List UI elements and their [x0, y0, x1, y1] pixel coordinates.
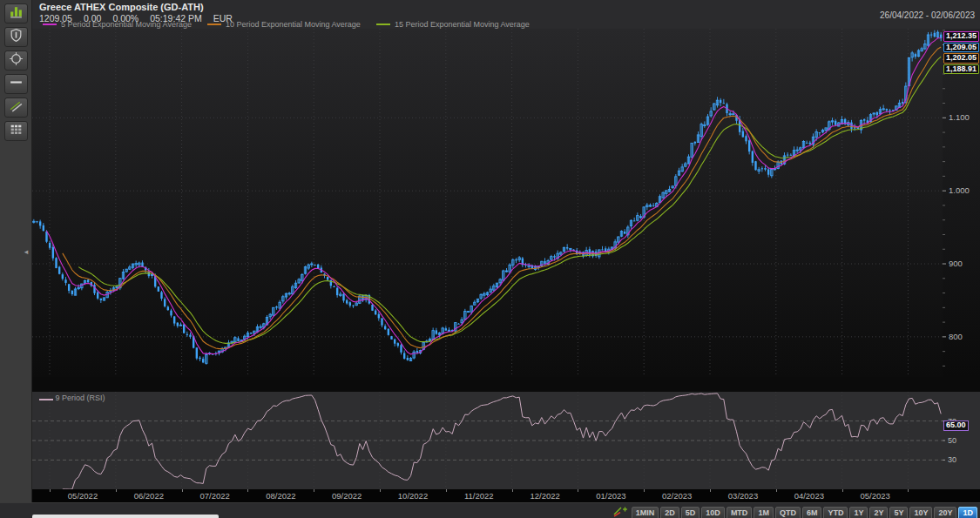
time-axis-tick: [710, 489, 711, 492]
time-axis-tick: [116, 489, 117, 492]
price-axis-ticks: 1.1001.000900800: [943, 29, 980, 377]
crosshair-icon: [9, 51, 24, 70]
toolbar-button-trend-line[interactable]: [4, 98, 28, 118]
time-axis-label: 05/2023: [855, 491, 896, 501]
svg-text:50: 50: [948, 436, 956, 445]
trend-line-icon: [9, 98, 24, 117]
shield-icon: [9, 28, 24, 46]
timeframe-button-5y[interactable]: 5Y: [889, 507, 908, 518]
time-axis-label: 02/2023: [656, 491, 698, 501]
time-axis-label: 10/2022: [392, 491, 434, 501]
timeframe-button-10d[interactable]: 10D: [701, 507, 725, 518]
legend-item-ema5[interactable]: 5 Period Exponential Moving Average: [43, 20, 192, 29]
toolbar-button-crosshair[interactable]: [4, 50, 28, 71]
time-axis-tick: [182, 489, 183, 492]
time-axis-tick: [512, 489, 513, 492]
toolbar-button-bar-chart[interactable]: [4, 3, 28, 24]
svg-text:800: 800: [949, 332, 963, 341]
ema10-swatch: [207, 24, 221, 25]
time-axis-label: 11/2022: [458, 491, 500, 501]
time-axis-tick: [380, 489, 381, 492]
timeframe-button-1m[interactable]: 1M: [754, 507, 774, 518]
svg-text:1.000: 1.000: [949, 185, 970, 195]
ema-legend: 5 Period Exponential Moving Average10 Pe…: [43, 20, 530, 29]
horizontal-line-icon: [9, 75, 24, 93]
bar-chart-icon: [9, 4, 24, 23]
ema5-swatch: [43, 24, 57, 25]
interval-button-active[interactable]: 1D: [958, 507, 977, 518]
time-axis-tick: [578, 489, 578, 492]
bottom-bar: 1MIN2D5D10DMTD1MQTD6MYTD1Y2Y5Y10Y20Y1D: [0, 502, 980, 518]
grid-icon: [9, 122, 24, 140]
timeframe-button-5d[interactable]: 5D: [681, 507, 700, 518]
timeframe-button-10y[interactable]: 10Y: [909, 507, 932, 518]
time-axis-label: 12/2022: [524, 491, 566, 501]
price-marker-stack: 1,212.351,209.051,202.051,188.91: [943, 31, 979, 74]
toolbar-button-horizontal-line[interactable]: [4, 74, 28, 94]
timeframe-bar: 1MIN2D5D10DMTD1MQTD6MYTD1Y2Y5Y10Y20Y1D: [612, 505, 977, 518]
time-axis-tick: [446, 489, 447, 492]
price-marker: 1,188.91: [943, 64, 979, 75]
toolbar-button-shield[interactable]: [4, 27, 28, 47]
timeframe-button-mtd[interactable]: MTD: [727, 507, 753, 518]
time-axis-tick: [247, 489, 248, 492]
ema15-swatch: [376, 24, 390, 25]
time-axis-label: 09/2022: [326, 491, 368, 501]
panel-divider: [32, 377, 980, 392]
trading-app-window: ◂ Greece ATHEX Composite (GD-ATH) 1209.0…: [0, 0, 980, 518]
rsi-line-swatch: [39, 399, 53, 400]
main-chart[interactable]: [32, 29, 943, 377]
legend-label: 15 Period Exponential Moving Average: [395, 20, 530, 29]
timeframe-button-1min[interactable]: 1MIN: [632, 507, 659, 518]
time-axis-tick: [776, 489, 777, 492]
time-axis-label: 07/2022: [194, 491, 236, 501]
price-marker: 1,209.05: [943, 43, 979, 53]
svg-text:900: 900: [949, 259, 963, 268]
background-window-edge[interactable]: [32, 515, 219, 518]
rsi-plot: [32, 392, 943, 489]
time-axis-tick: [842, 489, 843, 492]
time-axis-tick: [644, 489, 645, 492]
timeframe-button-2y[interactable]: 2Y: [869, 507, 888, 518]
rsi-legend-label: 9 Period (RSI): [56, 394, 105, 402]
time-axis-label: 01/2023: [590, 491, 632, 501]
price-marker: 1,212.35: [943, 31, 979, 42]
rsi-value-marker: 65.00: [943, 420, 969, 431]
timeframe-button-6m[interactable]: 6M: [802, 507, 822, 518]
time-axis-label: 08/2022: [260, 491, 301, 501]
time-axis-tick: [908, 489, 909, 492]
legend-item-ema15[interactable]: 15 Period Exponential Moving Average: [376, 20, 530, 29]
time-axis[interactable]: 05/202206/202207/202208/202209/202210/20…: [32, 489, 980, 502]
time-axis-label: 04/2023: [788, 491, 830, 501]
time-axis-tick: [50, 489, 51, 492]
timeframe-button-2d[interactable]: 2D: [660, 507, 679, 518]
timeframe-button-20y[interactable]: 20Y: [934, 507, 956, 518]
legend-label: 5 Period Exponential Moving Average: [61, 20, 192, 29]
candlestick-plot: [32, 29, 943, 377]
chart-header: Greece ATHEX Composite (GD-ATH) 1209.050…: [32, 0, 980, 29]
rsi-legend[interactable]: 9 Period (RSI): [39, 394, 105, 402]
instrument-title: Greece ATHEX Composite (GD-ATH): [39, 2, 204, 12]
price-marker: 1,202.05: [943, 53, 979, 64]
collapse-panel-arrow[interactable]: ◂: [21, 245, 31, 259]
svg-text:30: 30: [948, 455, 956, 464]
price-axis[interactable]: 1.1001.000900800 1,212.351,209.051,202.0…: [943, 29, 980, 377]
timeframe-button-ytd[interactable]: YTD: [823, 507, 848, 518]
rsi-chart[interactable]: 9 Period (RSI): [32, 392, 943, 489]
rsi-axis-ticks: 705030: [943, 392, 980, 489]
time-axis-label: 03/2023: [722, 491, 764, 501]
legend-item-ema10[interactable]: 10 Period Exponential Moving Average: [207, 20, 361, 29]
time-axis-label: 05/2022: [62, 491, 104, 501]
toolbar-button-grid[interactable]: [4, 121, 28, 141]
date-range: 26/04/2022 - 02/06/2023: [880, 10, 975, 20]
time-axis-label: 06/2022: [128, 491, 170, 501]
draw-interval-icon[interactable]: [612, 505, 628, 518]
legend-label: 10 Period Exponential Moving Average: [226, 20, 361, 29]
svg-text:1.100: 1.100: [949, 112, 970, 122]
time-axis-tick: [314, 489, 314, 492]
timeframe-button-qtd[interactable]: QTD: [775, 507, 801, 518]
timeframe-button-1y[interactable]: 1Y: [849, 507, 868, 518]
rsi-axis: 705030 65.00: [943, 392, 980, 489]
